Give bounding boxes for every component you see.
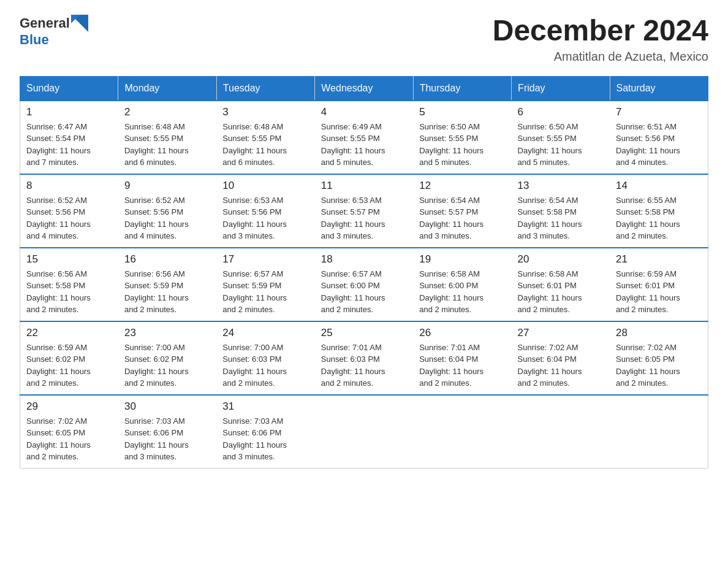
day-info: Sunrise: 6:56 AM Sunset: 5:58 PM Dayligh… [26,268,112,316]
day-number: 24 [222,327,308,339]
day-cell: 19 Sunrise: 6:58 AM Sunset: 6:00 PM Dayl… [413,248,511,321]
col-monday: Monday [118,76,216,101]
day-number: 1 [26,106,112,118]
day-number: 18 [321,253,407,266]
day-cell: 15 Sunrise: 6:56 AM Sunset: 5:58 PM Dayl… [20,248,118,321]
day-cell [413,395,511,469]
day-cell: 28 Sunrise: 7:02 AM Sunset: 6:05 PM Dayl… [610,321,708,395]
day-number: 16 [124,253,210,266]
day-cell: 20 Sunrise: 6:58 AM Sunset: 6:01 PM Dayl… [512,248,610,321]
day-cell: 18 Sunrise: 6:57 AM Sunset: 6:00 PM Dayl… [315,248,413,321]
day-info: Sunrise: 6:53 AM Sunset: 5:57 PM Dayligh… [321,194,407,242]
day-number: 26 [419,327,505,339]
calendar-header: Sunday Monday Tuesday Wednesday Thursday… [20,76,708,101]
calendar-table: Sunday Monday Tuesday Wednesday Thursday… [20,76,708,469]
week-row-4: 22 Sunrise: 6:59 AM Sunset: 6:02 PM Dayl… [20,321,708,395]
col-wednesday: Wednesday [315,76,413,101]
col-saturday: Saturday [610,76,708,101]
day-info: Sunrise: 6:52 AM Sunset: 5:56 PM Dayligh… [124,194,210,242]
day-cell: 25 Sunrise: 7:01 AM Sunset: 6:03 PM Dayl… [315,321,413,395]
day-cell: 11 Sunrise: 6:53 AM Sunset: 5:57 PM Dayl… [315,174,413,248]
day-number: 31 [222,400,308,413]
day-info: Sunrise: 7:01 AM Sunset: 6:04 PM Dayligh… [419,342,505,389]
location-title: Amatitlan de Azueta, Mexico [493,50,708,64]
day-number: 29 [26,400,112,413]
day-number: 19 [419,253,505,266]
logo-blue-text: Blue [20,32,49,47]
day-number: 4 [321,106,407,118]
day-info: Sunrise: 7:02 AM Sunset: 6:05 PM Dayligh… [616,342,702,389]
day-cell: 27 Sunrise: 7:02 AM Sunset: 6:04 PM Dayl… [512,321,610,395]
day-cell: 24 Sunrise: 7:00 AM Sunset: 6:03 PM Dayl… [216,321,314,395]
day-number: 14 [616,180,702,192]
day-cell: 16 Sunrise: 6:56 AM Sunset: 5:59 PM Dayl… [118,248,216,321]
day-cell [512,395,610,469]
day-info: Sunrise: 7:02 AM Sunset: 6:05 PM Dayligh… [26,415,112,463]
day-cell [315,395,413,469]
day-number: 21 [616,253,702,266]
day-number: 15 [26,253,112,266]
day-cell: 5 Sunrise: 6:50 AM Sunset: 5:55 PM Dayli… [413,101,511,174]
day-info: Sunrise: 6:57 AM Sunset: 5:59 PM Dayligh… [222,268,308,316]
day-number: 5 [419,106,505,118]
day-cell: 13 Sunrise: 6:54 AM Sunset: 5:58 PM Dayl… [512,174,610,248]
day-info: Sunrise: 6:54 AM Sunset: 5:58 PM Dayligh… [518,194,604,242]
day-number: 17 [222,253,308,266]
day-cell: 12 Sunrise: 6:54 AM Sunset: 5:57 PM Dayl… [413,174,511,248]
day-cell: 29 Sunrise: 7:02 AM Sunset: 6:05 PM Dayl… [20,395,118,469]
day-info: Sunrise: 6:53 AM Sunset: 5:56 PM Dayligh… [222,194,308,242]
day-info: Sunrise: 6:56 AM Sunset: 5:59 PM Dayligh… [124,268,210,316]
title-block: December 2024 Amatitlan de Azueta, Mexic… [493,15,708,64]
week-row-1: 1 Sunrise: 6:47 AM Sunset: 5:54 PM Dayli… [20,101,708,174]
col-tuesday: Tuesday [216,76,314,101]
day-info: Sunrise: 7:02 AM Sunset: 6:04 PM Dayligh… [518,342,604,389]
col-thursday: Thursday [413,76,511,101]
day-cell: 8 Sunrise: 6:52 AM Sunset: 5:56 PM Dayli… [20,174,118,248]
week-row-3: 15 Sunrise: 6:56 AM Sunset: 5:58 PM Dayl… [20,248,708,321]
day-number: 2 [124,106,210,118]
day-info: Sunrise: 6:47 AM Sunset: 5:54 PM Dayligh… [26,121,112,169]
day-cell: 30 Sunrise: 7:03 AM Sunset: 6:06 PM Dayl… [118,395,216,469]
day-cell: 9 Sunrise: 6:52 AM Sunset: 5:56 PM Dayli… [118,174,216,248]
day-cell: 31 Sunrise: 7:03 AM Sunset: 6:06 PM Dayl… [216,395,314,469]
day-cell: 14 Sunrise: 6:55 AM Sunset: 5:58 PM Dayl… [610,174,708,248]
day-number: 6 [518,106,604,118]
col-friday: Friday [512,76,610,101]
day-info: Sunrise: 6:54 AM Sunset: 5:57 PM Dayligh… [419,194,505,242]
page-header: General Blue December 2024 Amatitlan de … [20,15,708,64]
day-cell: 2 Sunrise: 6:48 AM Sunset: 5:55 PM Dayli… [118,101,216,174]
day-info: Sunrise: 6:49 AM Sunset: 5:55 PM Dayligh… [321,121,407,169]
day-cell: 23 Sunrise: 7:00 AM Sunset: 6:02 PM Dayl… [118,321,216,395]
day-cell: 1 Sunrise: 6:47 AM Sunset: 5:54 PM Dayli… [20,101,118,174]
day-cell: 21 Sunrise: 6:59 AM Sunset: 6:01 PM Dayl… [610,248,708,321]
day-cell: 17 Sunrise: 6:57 AM Sunset: 5:59 PM Dayl… [216,248,314,321]
day-number: 27 [518,327,604,339]
day-cell: 7 Sunrise: 6:51 AM Sunset: 5:56 PM Dayli… [610,101,708,174]
day-info: Sunrise: 6:48 AM Sunset: 5:55 PM Dayligh… [124,121,210,169]
logo-general-text: General [20,15,70,31]
day-info: Sunrise: 6:50 AM Sunset: 5:55 PM Dayligh… [419,121,505,169]
day-info: Sunrise: 7:00 AM Sunset: 6:02 PM Dayligh… [124,342,210,389]
day-cell: 26 Sunrise: 7:01 AM Sunset: 6:04 PM Dayl… [413,321,511,395]
week-row-2: 8 Sunrise: 6:52 AM Sunset: 5:56 PM Dayli… [20,174,708,248]
day-number: 30 [124,400,210,413]
logo-icon [71,15,88,32]
day-number: 3 [222,106,308,118]
day-info: Sunrise: 6:59 AM Sunset: 6:01 PM Dayligh… [616,268,702,316]
day-number: 20 [518,253,604,266]
day-info: Sunrise: 7:01 AM Sunset: 6:03 PM Dayligh… [321,342,407,389]
day-number: 25 [321,327,407,339]
day-info: Sunrise: 6:58 AM Sunset: 6:01 PM Dayligh… [518,268,604,316]
calendar-body: 1 Sunrise: 6:47 AM Sunset: 5:54 PM Dayli… [20,101,708,469]
day-cell: 10 Sunrise: 6:53 AM Sunset: 5:56 PM Dayl… [216,174,314,248]
week-row-5: 29 Sunrise: 7:02 AM Sunset: 6:05 PM Dayl… [20,395,708,469]
day-info: Sunrise: 6:48 AM Sunset: 5:55 PM Dayligh… [222,121,308,169]
day-number: 13 [518,180,604,192]
day-info: Sunrise: 7:03 AM Sunset: 6:06 PM Dayligh… [222,415,308,463]
day-info: Sunrise: 6:52 AM Sunset: 5:56 PM Dayligh… [26,194,112,242]
logo: General Blue [20,15,88,48]
day-number: 28 [616,327,702,339]
day-number: 22 [26,327,112,339]
day-info: Sunrise: 6:50 AM Sunset: 5:55 PM Dayligh… [518,121,604,169]
day-number: 9 [124,180,210,192]
